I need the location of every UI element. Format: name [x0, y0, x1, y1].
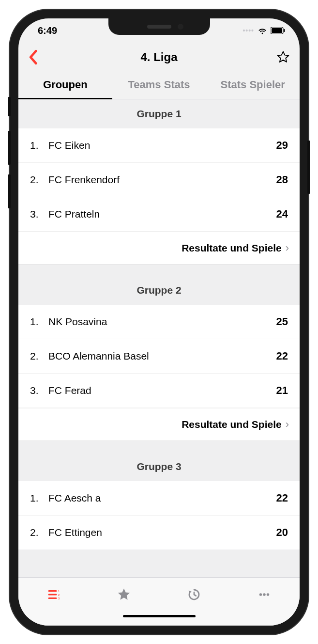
home-indicator[interactable]: [18, 611, 300, 626]
nav-bar: 4. Liga: [18, 43, 300, 72]
list-numbered-icon: 1 2 3: [46, 587, 61, 602]
team-row[interactable]: 2. FC Ettingen 20: [18, 516, 300, 550]
tab-bar-more[interactable]: [229, 587, 300, 602]
favorite-button[interactable]: [271, 50, 290, 64]
svg-rect-2: [284, 29, 285, 32]
segment-tabs: Groupen Teams Stats Stats Spieler: [18, 72, 300, 99]
results-link[interactable]: Resultate und Spiele ›: [18, 232, 300, 264]
team-points: 22: [276, 492, 288, 504]
tab-teams-stats[interactable]: Teams Stats: [112, 72, 206, 99]
section-gap: [18, 264, 300, 274]
star-icon: [117, 587, 131, 602]
team-row[interactable]: 2. FC Frenkendorf 28: [18, 163, 300, 197]
tab-stats-spieler[interactable]: Stats Spieler: [206, 72, 300, 99]
team-row[interactable]: 1. NK Posavina 25: [18, 305, 300, 339]
wifi-icon: [257, 25, 268, 36]
team-points: 24: [276, 208, 288, 220]
team-rank: 3.: [30, 208, 45, 220]
chevron-right-icon: ›: [286, 242, 289, 254]
phone-frame: 6:49 •••• 4. Liga Groupen: [10, 10, 308, 634]
results-link[interactable]: Resultate und Spiele ›: [18, 408, 300, 440]
tab-bar-standings[interactable]: 1 2 3: [18, 587, 89, 602]
team-points: 28: [276, 173, 288, 186]
chevron-right-icon: ›: [286, 418, 289, 431]
team-name: FC Eiken: [45, 140, 276, 151]
star-outline-icon: [276, 50, 290, 64]
chevron-left-icon: [28, 49, 38, 65]
status-right: ••••: [242, 25, 285, 36]
tab-bar-history[interactable]: [159, 587, 229, 602]
team-rank: 1.: [30, 140, 45, 151]
team-name: BCO Alemannia Basel: [45, 350, 276, 362]
team-rank: 1.: [30, 316, 45, 328]
side-button: [8, 97, 11, 116]
team-rank: 1.: [30, 492, 45, 504]
more-horizontal-icon: [257, 587, 272, 602]
svg-point-9: [259, 593, 262, 596]
back-button[interactable]: [28, 49, 47, 65]
team-row[interactable]: 3. FC Pratteln 24: [18, 197, 300, 232]
team-points: 22: [276, 350, 288, 362]
side-button: [8, 131, 11, 165]
page-title: 4. Liga: [140, 50, 177, 64]
team-row[interactable]: 2. BCO Alemannia Basel 22: [18, 339, 300, 374]
team-name: FC Ettingen: [45, 527, 276, 538]
tab-bar: 1 2 3: [18, 577, 300, 611]
team-points: 21: [276, 384, 288, 397]
team-points: 29: [276, 139, 288, 152]
team-name: FC Ferad: [45, 385, 276, 396]
content-scroll[interactable]: Gruppe 1 1. FC Eiken 29 2. FC Frenkendor…: [18, 99, 300, 577]
status-time: 6:49: [38, 25, 57, 36]
team-rank: 2.: [30, 527, 45, 538]
svg-text:1: 1: [58, 589, 60, 593]
svg-point-11: [267, 593, 270, 596]
section-gap: [18, 440, 300, 450]
team-rank: 3.: [30, 385, 45, 396]
team-name: FC Frenkendorf: [45, 174, 276, 186]
team-points: 20: [276, 526, 288, 539]
team-points: 25: [276, 315, 288, 328]
svg-text:3: 3: [58, 597, 60, 600]
cellular-dots-icon: ••••: [242, 27, 254, 34]
tab-groupen[interactable]: Groupen: [18, 72, 112, 99]
team-row[interactable]: 1. FC Eiken 29: [18, 128, 300, 163]
phone-screen: 6:49 •••• 4. Liga Groupen: [18, 18, 300, 626]
group-header: Gruppe 1: [18, 99, 300, 128]
svg-text:2: 2: [58, 593, 60, 596]
group-header: Gruppe 3: [18, 450, 300, 481]
team-name: FC Pratteln: [45, 208, 276, 220]
team-row[interactable]: 3. FC Ferad 21: [18, 374, 300, 408]
history-icon: [187, 587, 201, 602]
team-rank: 2.: [30, 350, 45, 362]
tab-bar-favorites[interactable]: [89, 587, 159, 602]
battery-icon: [271, 27, 285, 34]
side-button: [8, 174, 11, 208]
group-header: Gruppe 2: [18, 274, 300, 305]
team-row[interactable]: 1. FC Aesch a 22: [18, 481, 300, 516]
side-button: [307, 141, 310, 194]
team-name: NK Posavina: [45, 316, 276, 328]
team-name: FC Aesch a: [45, 492, 276, 504]
results-label: Resultate und Spiele: [182, 419, 282, 430]
notch: [108, 18, 210, 35]
team-rank: 2.: [30, 174, 45, 186]
svg-rect-1: [272, 28, 282, 33]
svg-point-10: [263, 593, 266, 596]
results-label: Resultate und Spiele: [182, 242, 282, 254]
